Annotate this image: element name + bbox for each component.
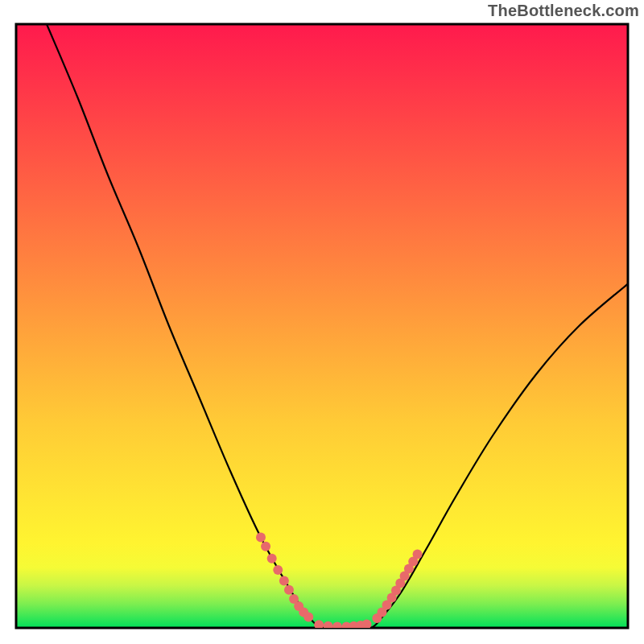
bottleneck-chart (0, 0, 644, 644)
marker-dot (284, 585, 294, 595)
plot-area (16, 24, 628, 632)
marker-dot (303, 613, 313, 622)
watermark-text: TheBottleneck.com (488, 2, 639, 20)
marker-dot (332, 622, 342, 632)
marker-dot (324, 621, 333, 631)
marker-dot (261, 542, 270, 551)
marker-dot (267, 554, 277, 564)
gradient-background (16, 24, 628, 628)
marker-dot (361, 620, 371, 630)
marker-dot (279, 576, 289, 586)
marker-dot (273, 565, 283, 575)
chart-container: TheBottleneck.com (0, 0, 644, 644)
marker-dot (256, 533, 266, 543)
marker-dot (413, 550, 423, 559)
